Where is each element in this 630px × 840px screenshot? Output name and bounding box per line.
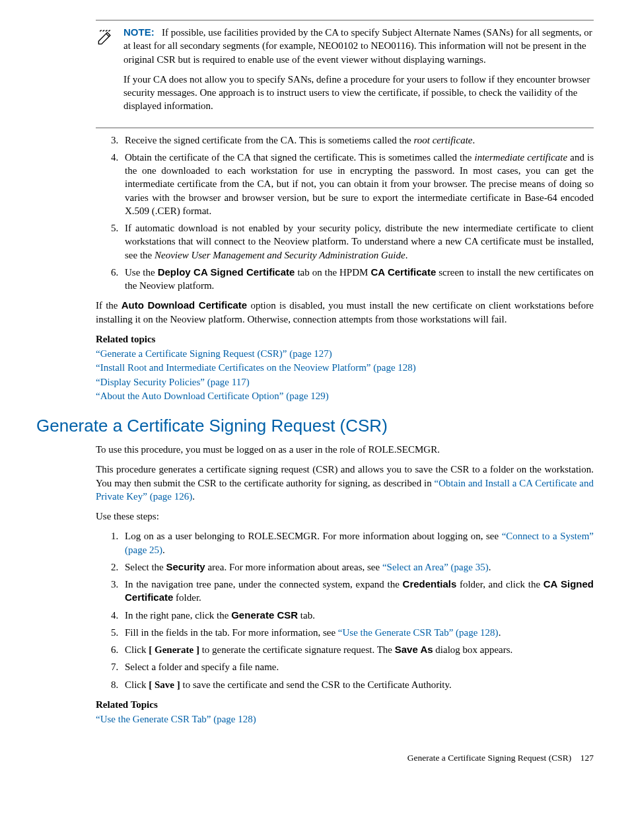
list-item: Select a folder and specify a file name. [121,660,594,673]
note-pencil-icon [96,38,114,49]
list-item: Obtain the certificate of the CA that si… [121,151,594,217]
list-item: Click [ Save ] to save the certificate a… [121,678,594,691]
note-text-1: If possible, use facilities provided by … [123,27,592,65]
note-body: NOTE: If possible, use facilities provid… [123,26,594,120]
list-item: Use the Deploy CA Signed Certificate tab… [121,266,594,293]
link-display-security-policies[interactable]: “Display Security Policies” (page 117) [96,377,250,387]
page-footer: Generate a Certificate Signing Request (… [36,752,594,764]
paragraph-auto-download: If the Auto Download Certificate option … [96,299,594,326]
note-box: NOTE: If possible, use facilities provid… [96,20,594,128]
list-item: In the right pane, click the Generate CS… [121,609,594,622]
list-item: Click [ Generate ] to generate the certi… [121,643,594,656]
link-install-root-intermediate[interactable]: “Install Root and Intermediate Certifica… [96,362,416,373]
procedure-list-continued: Receive the signed certificate from the … [96,134,594,293]
note-paragraph-2: If your CA does not allow you to specify… [123,73,594,113]
related-topics-heading: Related topics [96,332,594,346]
section-intro-1: To use this procedure, you must be logge… [96,443,594,456]
link-select-area[interactable]: “Select an Area” (page 35) [382,562,489,572]
section-use-steps: Use these steps: [96,510,594,523]
steps-list: Log on as a user belonging to ROLE.SECMG… [96,529,594,691]
link-auto-download-option[interactable]: “About the Auto Download Certificate Opt… [96,391,329,401]
note-icon-column [96,26,123,120]
upper-content: NOTE: If possible, use facilities provid… [96,20,594,726]
note-paragraph-1: NOTE: If possible, use facilities provid… [123,26,594,66]
related-topics-heading-2: Related Topics [96,698,594,711]
link-use-generate-csr-tab-2[interactable]: “Use the Generate CSR Tab” (page 128) [96,714,256,724]
list-item: In the navigation tree pane, under the c… [121,578,594,605]
list-item: If automatic download is not enabled by … [121,221,594,262]
list-item: Receive the signed certificate from the … [121,134,594,147]
list-item: Fill in the fields in the tab. For more … [121,626,594,639]
link-generate-csr[interactable]: “Generate a Certificate Signing Request … [96,348,332,359]
list-item: Select the Security area. For more infor… [121,560,594,574]
note-label: NOTE: [123,26,155,38]
link-use-generate-csr-tab[interactable]: “Use the Generate CSR Tab” (page 128) [338,627,499,638]
section-heading-generate-csr: Generate a Certificate Signing Request (… [36,414,594,438]
section-intro-2: This procedure generates a certificate s… [96,463,594,503]
list-item: Log on as a user belonging to ROLE.SECMG… [121,529,594,556]
